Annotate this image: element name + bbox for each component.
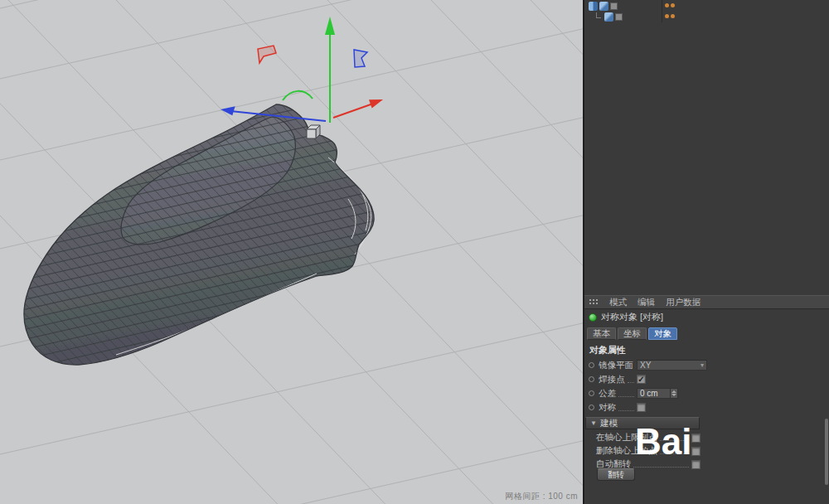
property-label: 公差: [599, 388, 616, 400]
collapse-arrow-icon[interactable]: ▼: [590, 419, 597, 427]
polygon-object-icon: [604, 12, 613, 22]
property-row-tolerance: 公差 0 cm: [587, 387, 713, 400]
render-visibility-dot[interactable]: [671, 3, 675, 7]
object-row-symmetry[interactable]: [589, 1, 618, 11]
right-panel: 模式 编辑 用户数据 对称对象 [对称] 基本 坐标 对象 对象属性 镜像平面 …: [583, 0, 829, 504]
attribute-manager-menubar: 模式 编辑 用户数据: [584, 295, 829, 309]
deformer-icon: [599, 2, 608, 11]
editor-visibility-dot[interactable]: [665, 3, 669, 7]
visibility-toggle-dots[interactable]: [665, 3, 675, 7]
property-label: 对称: [599, 402, 616, 414]
symmetry-checkbox[interactable]: [637, 403, 646, 412]
property-dot-icon: [589, 390, 594, 396]
property-label: 焊接点: [599, 374, 625, 385]
tolerance-input[interactable]: 0 cm: [637, 388, 670, 399]
property-row-weld-points: 焊接点 ✓: [587, 373, 713, 385]
visibility-toggle-dots[interactable]: [665, 14, 675, 18]
tab-mode[interactable]: 模式: [609, 297, 627, 308]
symmetry-object-icon: [589, 2, 598, 11]
chevron-down-icon: ▾: [701, 362, 704, 369]
panel-menu-icon[interactable]: [589, 298, 599, 306]
tab-user-data[interactable]: 用户数据: [666, 297, 701, 308]
grid-spacing-label: 网格间距 : 100 cm: [505, 491, 578, 502]
axis-origin-cube[interactable]: [307, 125, 320, 138]
section-title: 对象属性: [589, 344, 626, 356]
property-dot-icon: [589, 376, 594, 382]
dropdown-value: XY: [640, 361, 651, 370]
attribute-subtabs: 基本 坐标 对象: [587, 327, 677, 340]
modeling-section-title: 建模: [600, 418, 618, 429]
property-dot-icon: [589, 405, 594, 410]
property-dot-icon: [589, 362, 594, 368]
dot-leader: [618, 410, 634, 411]
column-separator: [662, 0, 662, 22]
clamp-points-checkbox[interactable]: [691, 434, 701, 443]
delete-points-checkbox[interactable]: [691, 447, 701, 456]
dot-leader: [628, 382, 635, 383]
dot-leader: [618, 396, 634, 397]
flip-button[interactable]: 翻转: [597, 468, 635, 481]
property-label: 镜像平面: [599, 360, 633, 371]
object-title: 对称对象 [对称]: [601, 311, 663, 323]
tab-object[interactable]: 对象: [648, 327, 677, 340]
property-row-mirror-plane: 镜像平面 XY ▾: [587, 359, 713, 371]
symmetry-object-icon: [589, 313, 597, 322]
object-manager-panel[interactable]: [584, 0, 829, 295]
watermark-text: Bai: [635, 421, 691, 463]
dot-leader: [633, 467, 689, 468]
mirror-plane-dropdown[interactable]: XY ▾: [637, 360, 707, 371]
phong-tag-icon[interactable]: [615, 13, 623, 21]
viewport-canvas[interactable]: [0, 0, 583, 504]
panel-scrollbar[interactable]: [825, 419, 828, 485]
value-spinner[interactable]: [670, 388, 678, 399]
c4d-window: 网格间距 : 100 cm: [0, 0, 829, 504]
spinner-down-icon[interactable]: [671, 394, 676, 396]
layer-tag-icon[interactable]: [610, 2, 618, 10]
tab-coordinates[interactable]: 坐标: [618, 327, 647, 340]
object-row-mesh-child[interactable]: [589, 12, 623, 22]
weld-points-checkbox[interactable]: ✓: [637, 375, 646, 384]
tab-edit[interactable]: 编辑: [638, 297, 655, 308]
editor-visibility-dot[interactable]: [665, 14, 669, 18]
tab-basic[interactable]: 基本: [587, 327, 616, 340]
object-title-row: 对称对象 [对称]: [589, 311, 663, 323]
viewport-3d[interactable]: 网格间距 : 100 cm: [0, 0, 583, 504]
auto-flip-checkbox[interactable]: [691, 460, 701, 469]
render-visibility-dot[interactable]: [671, 14, 675, 18]
property-row-symmetry: 对称: [587, 401, 713, 414]
spinner-up-icon[interactable]: [671, 390, 676, 393]
hierarchy-branch-line: [596, 12, 601, 18]
